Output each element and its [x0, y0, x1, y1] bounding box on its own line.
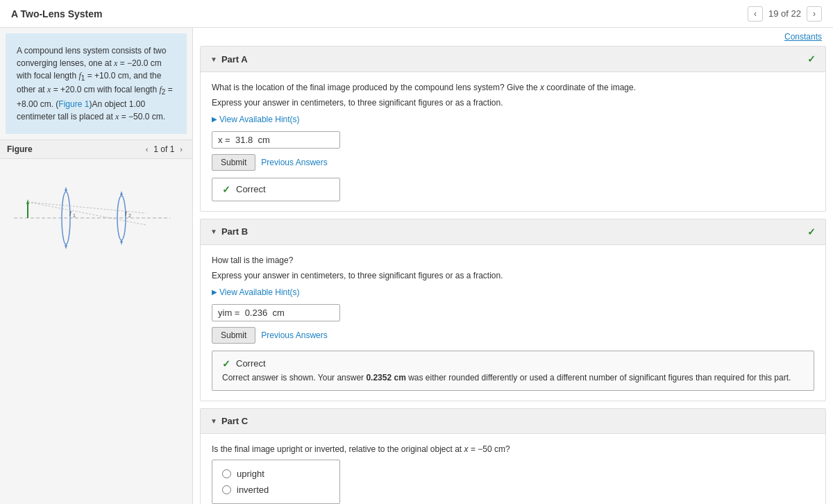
svg-line-18	[28, 202, 146, 213]
part-b-header[interactable]: ▼ Part B ✓	[201, 219, 825, 245]
svg-marker-16	[26, 199, 29, 204]
figure-diagram: f 1 f 2	[0, 159, 192, 279]
part-a-hint-arrow: ▶	[212, 115, 217, 123]
svg-marker-10	[120, 191, 123, 195]
part-a-section: ▼ Part A ✓ What is the location of the f…	[200, 46, 826, 212]
part-c-section: ▼ Part C Is the final image upright or i…	[200, 408, 826, 504]
part-c-header[interactable]: ▼ Part C	[201, 409, 825, 434]
problem-description: A compound lens system consists of two c…	[6, 33, 187, 134]
part-a-correct-icon: ✓	[807, 53, 816, 65]
next-page-button[interactable]: ›	[807, 6, 822, 22]
part-c-options-box: upright inverted	[212, 460, 340, 504]
part-c-upright-radio[interactable]	[222, 469, 231, 478]
part-a-correct-box: ✓ Correct	[212, 178, 340, 201]
figure-page-info: 1 of 1	[153, 144, 174, 154]
part-b-correct-explain-box: ✓ Correct Correct answer is shown. Your …	[212, 351, 814, 392]
part-a-question: What is the location of the final image …	[212, 82, 814, 94]
part-a-chevron: ▼	[210, 56, 217, 63]
part-b-btn-row: Submit Previous Answers	[212, 327, 814, 344]
part-a-submit-button[interactable]: Submit	[212, 154, 255, 171]
figure-navigation: ‹ 1 of 1 ›	[143, 144, 185, 154]
part-b-instruction: Express your answer in centimeters, to t…	[212, 271, 814, 280]
part-c-upright-option[interactable]: upright	[222, 469, 330, 479]
part-a-hint-link[interactable]: ▶ View Available Hint(s)	[212, 115, 814, 124]
part-b-section: ▼ Part B ✓ How tall is the image? Expres…	[200, 219, 826, 402]
svg-text:f: f	[69, 210, 72, 217]
svg-text:1: 1	[73, 213, 76, 218]
part-a-header[interactable]: ▼ Part A ✓	[201, 47, 825, 72]
constants-link[interactable]: Constants	[784, 32, 822, 42]
part-c-label: Part C	[221, 416, 248, 426]
part-c-question: Is the final image upright or inverted, …	[212, 444, 814, 455]
part-c-body: Is the final image upright or inverted, …	[201, 434, 825, 504]
svg-text:2: 2	[128, 213, 131, 218]
part-c-inverted-label: inverted	[237, 485, 269, 495]
part-b-input-row	[212, 304, 814, 321]
part-b-question: How tall is the image?	[212, 255, 814, 267]
part-b-explanation: Correct answer is shown. Your answer 0.2…	[222, 372, 804, 384]
part-a-prev-answers-link[interactable]: Previous Answers	[261, 158, 327, 167]
svg-marker-3	[65, 187, 67, 191]
part-a-check-icon: ✓	[222, 184, 230, 195]
part-b-correct-icon: ✓	[807, 226, 816, 237]
part-b-prev-answers-link[interactable]: Previous Answers	[261, 330, 327, 340]
part-a-label: Part A	[221, 54, 248, 65]
part-b-hint-arrow: ▶	[212, 288, 217, 296]
page-info: 19 of 22	[768, 8, 801, 19]
part-c-upright-label: upright	[237, 469, 264, 479]
part-b-correct-text: Correct	[236, 358, 266, 369]
part-a-btn-row: Submit Previous Answers	[212, 154, 814, 171]
part-c-inverted-option[interactable]: inverted	[222, 485, 330, 495]
part-b-body: How tall is the image? Express your answ…	[201, 245, 825, 401]
svg-marker-12	[120, 241, 123, 245]
part-b-label: Part B	[221, 226, 248, 237]
part-a-correct-text: Correct	[236, 184, 266, 194]
part-a-input[interactable]	[212, 131, 340, 149]
part-c-chevron: ▼	[210, 417, 217, 425]
part-b-submit-button[interactable]: Submit	[212, 327, 255, 344]
page-title: A Two-Lens System	[11, 8, 102, 19]
prev-page-button[interactable]: ‹	[748, 6, 763, 22]
svg-marker-5	[65, 245, 67, 249]
figure-next-button[interactable]: ›	[177, 144, 185, 154]
part-b-chevron: ▼	[210, 228, 217, 235]
part-a-input-row	[212, 131, 814, 149]
figure-link[interactable]: Figure 1	[58, 99, 89, 109]
header-navigation: ‹ 19 of 22 ›	[748, 6, 822, 22]
part-b-check-icon: ✓	[222, 358, 230, 369]
part-a-body: What is the location of the final image …	[201, 72, 825, 211]
figure-prev-button[interactable]: ‹	[143, 144, 151, 154]
figure-label: Figure	[7, 144, 33, 154]
part-b-input[interactable]	[212, 304, 340, 321]
part-c-inverted-radio[interactable]	[222, 485, 231, 494]
part-b-hint-link[interactable]: ▶ View Available Hint(s)	[212, 287, 814, 297]
part-a-instruction: Express your answer in centimeters, to t…	[212, 98, 814, 108]
